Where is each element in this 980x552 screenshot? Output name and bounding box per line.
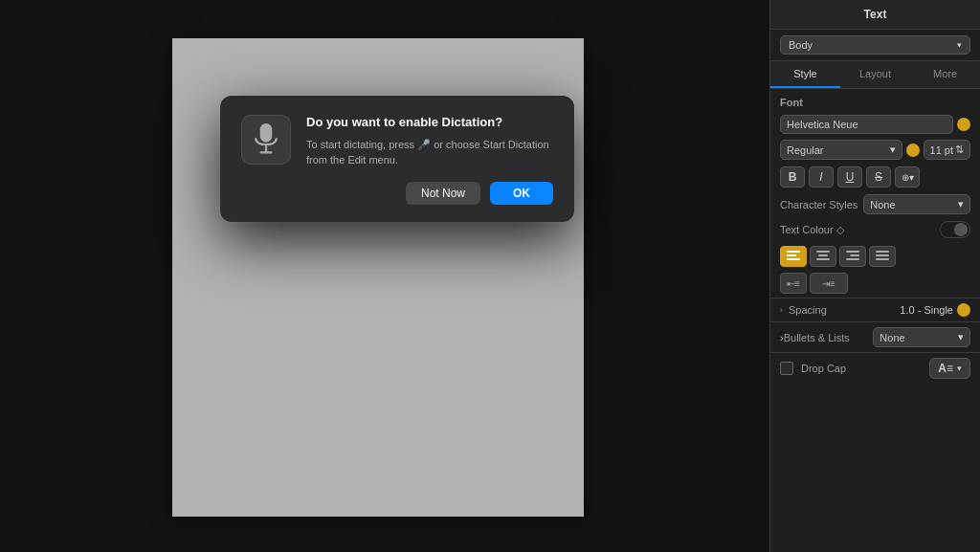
- bold-button[interactable]: B: [780, 166, 805, 188]
- tab-bar: Style Layout More: [770, 61, 980, 89]
- toggle-knob: [954, 223, 968, 236]
- dropcap-row: Drop Cap A≡ ▾: [770, 352, 980, 384]
- not-now-button[interactable]: Not Now: [406, 182, 480, 205]
- font-style-value: Regular: [787, 144, 824, 156]
- svg-rect-6: [816, 251, 830, 253]
- svg-rect-9: [846, 251, 859, 253]
- font-style-badge: [906, 144, 920, 157]
- tab-style[interactable]: Style: [770, 61, 840, 88]
- dialog-content: Do you want to enable Dictation? To star…: [241, 115, 553, 168]
- align-center-button[interactable]: [810, 246, 836, 267]
- indent-decrease-button[interactable]: ⇤≡: [780, 273, 807, 294]
- chevron-down-icon: ▾: [958, 198, 964, 210]
- character-styles-selector[interactable]: None ▾: [863, 194, 970, 214]
- style-selector[interactable]: Body ▾: [780, 35, 970, 55]
- chevron-down-icon: ▾: [890, 144, 896, 156]
- alignment-row-1: [770, 242, 980, 271]
- text-panel-sidebar: Text Body ▾ Style Layout More Font Helve…: [769, 0, 980, 552]
- svg-rect-7: [818, 254, 828, 256]
- align-left-icon: [787, 251, 800, 262]
- font-size-control[interactable]: 11 pt ⇅: [924, 140, 970, 160]
- chevron-down-icon: ▾: [958, 331, 964, 343]
- tab-more[interactable]: More: [910, 61, 980, 88]
- dialog-title: Do you want to enable Dictation?: [306, 115, 553, 131]
- bullets-row: › Bullets & Lists None ▾: [770, 321, 980, 352]
- indent-increase-button[interactable]: ⇥≡: [810, 273, 848, 294]
- svg-rect-12: [876, 251, 889, 253]
- dialog-overlay: Do you want to enable Dictation? To star…: [0, 0, 769, 552]
- panel-header: Text: [770, 0, 980, 30]
- svg-rect-14: [876, 258, 889, 260]
- character-styles-value: None: [870, 199, 895, 210]
- style-value: Body: [789, 39, 813, 51]
- spacing-row[interactable]: › Spacing 1.0 - Single: [770, 298, 980, 321]
- dropcap-preview-icon: A≡: [938, 362, 953, 375]
- character-styles-label: Character Styles: [780, 199, 858, 210]
- format-buttons-row: B I U S ⊕▾: [770, 163, 980, 191]
- text-color-label: Text Colour ◇: [780, 224, 934, 236]
- dialog-body: To start dictating, press 🎤 or choose St…: [306, 137, 553, 168]
- chevron-right-icon: ›: [780, 305, 783, 315]
- font-style-size-row: Regular ▾ 11 pt ⇅: [770, 137, 980, 163]
- text-color-toggle[interactable]: [940, 221, 970, 238]
- align-center-icon: [816, 251, 830, 262]
- tab-layout[interactable]: Layout: [840, 61, 910, 88]
- svg-rect-11: [846, 258, 859, 260]
- align-justify-button[interactable]: [869, 246, 896, 267]
- svg-rect-13: [876, 254, 889, 256]
- spacing-label: Spacing: [789, 304, 900, 316]
- text-color-picker-button[interactable]: ⊕▾: [895, 166, 920, 188]
- character-styles-row: Character Styles None ▾: [770, 191, 980, 217]
- svg-rect-4: [787, 254, 796, 256]
- underline-button[interactable]: U: [837, 166, 862, 188]
- svg-rect-10: [850, 254, 859, 256]
- align-left-button[interactable]: [780, 246, 807, 267]
- font-name-selector[interactable]: Helvetica Neue: [780, 115, 953, 134]
- dropcap-checkbox[interactable]: [780, 362, 793, 375]
- main-content-area: Do you want to enable Dictation? To star…: [0, 0, 769, 552]
- italic-button[interactable]: I: [809, 166, 834, 188]
- style-dropdown-row: Body ▾: [770, 30, 980, 61]
- text-color-row: Text Colour ◇: [770, 217, 980, 242]
- microphone-icon: [252, 123, 280, 156]
- alignment-row-2: ⇤≡ ⇥≡: [770, 271, 980, 298]
- spacing-badge: [957, 303, 970, 317]
- dropcap-style-button[interactable]: A≡ ▾: [929, 358, 970, 379]
- svg-rect-3: [787, 251, 800, 253]
- strikethrough-button[interactable]: S: [866, 166, 891, 188]
- font-section-label: Font: [770, 89, 980, 112]
- bullets-label: Bullets & Lists: [784, 332, 868, 343]
- dictation-icon: [241, 115, 291, 165]
- dialog-buttons: Not Now OK: [241, 182, 553, 205]
- font-name-row: Helvetica Neue: [770, 112, 980, 137]
- align-justify-icon: [876, 251, 889, 262]
- color-circles-icon: ⊕▾: [902, 172, 914, 183]
- font-badge: [957, 118, 970, 131]
- ok-button[interactable]: OK: [490, 182, 553, 205]
- align-right-button[interactable]: [839, 246, 866, 267]
- bullets-selector[interactable]: None ▾: [873, 327, 970, 347]
- font-name-value: Helvetica Neue: [787, 119, 858, 130]
- spacing-value: 1.0 - Single: [900, 304, 953, 316]
- chevron-down-icon: ▾: [957, 364, 962, 373]
- font-style-selector[interactable]: Regular ▾: [780, 140, 902, 160]
- svg-rect-0: [260, 123, 273, 143]
- align-right-icon: [846, 251, 859, 262]
- font-size-stepper-icon: ⇅: [955, 144, 964, 156]
- svg-rect-5: [787, 258, 800, 260]
- dropcap-label: Drop Cap: [801, 363, 929, 374]
- font-size-text: 11 pt: [930, 144, 953, 156]
- bullets-value: None: [880, 332, 904, 343]
- dictation-dialog: Do you want to enable Dictation? To star…: [220, 96, 574, 222]
- svg-rect-8: [816, 258, 830, 260]
- chevron-down-icon: ▾: [957, 40, 962, 50]
- dialog-text-content: Do you want to enable Dictation? To star…: [306, 115, 553, 168]
